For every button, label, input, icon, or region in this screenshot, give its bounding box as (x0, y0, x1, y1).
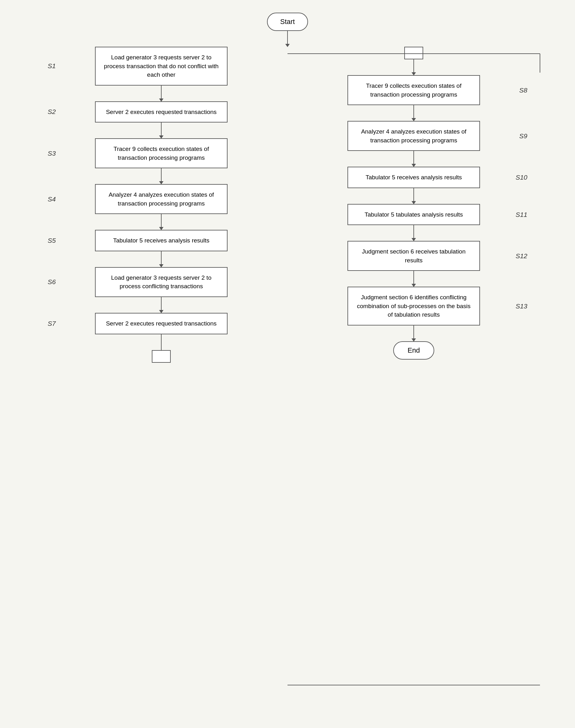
s5-text: Tabulator 5 receives analysis results (113, 237, 209, 244)
s1-box: Load generator 3 requests server 2 to pr… (95, 47, 228, 86)
end-oval: End (393, 341, 434, 360)
s4-to-s5-arrow (161, 214, 162, 230)
s7-down-line (161, 334, 162, 350)
s6-row: S6 Load generator 3 requests server 2 to… (35, 267, 288, 297)
entry-to-s8-arrow (413, 59, 414, 75)
s3-to-s4-arrow (161, 168, 162, 184)
s5-to-s6-arrow (161, 251, 162, 267)
start-to-s1-arrow (287, 31, 288, 47)
s10-to-s11-arrow (413, 188, 414, 204)
s10-box: Tabulator 5 receives analysis results (347, 167, 480, 188)
s13-row: Judgment section 6 identifies conflictin… (288, 287, 540, 326)
s9-label: S9 (519, 132, 527, 140)
s11-text: Tabulator 5 tabulates analysis results (365, 211, 463, 218)
s1-to-s2-arrow (161, 86, 162, 101)
left-column: S1 Load generator 3 requests server 2 to… (35, 47, 288, 363)
s13-text: Judgment section 6 identifies conflictin… (357, 294, 471, 318)
main-flow: S1 Load generator 3 requests server 2 to… (35, 47, 540, 363)
s4-label: S4 (48, 195, 56, 203)
s7-continuation-box (152, 350, 171, 363)
s2-row: S2 Server 2 executes requested transacti… (35, 101, 288, 123)
s8-to-s9-arrow (413, 105, 414, 121)
s3-label: S3 (48, 150, 56, 157)
s4-box: Analyzer 4 analyzes execution states of … (95, 184, 228, 214)
s9-to-s10-arrow (413, 151, 414, 167)
s8-text: Tracer 9 collects execution states of tr… (366, 82, 462, 98)
s8-label: S8 (519, 87, 527, 94)
s12-row: Judgment section 6 receives tabulation r… (288, 241, 540, 271)
s12-to-s13-arrow (413, 271, 414, 287)
start-label: Start (280, 18, 295, 26)
s6-to-s7-arrow (161, 297, 162, 313)
start-oval: Start (267, 13, 308, 31)
s13-to-end-arrow (413, 326, 414, 341)
s2-label: S2 (48, 108, 56, 115)
s10-row: Tabulator 5 receives analysis results S1… (288, 167, 540, 188)
s13-box: Judgment section 6 identifies conflictin… (347, 287, 480, 326)
s5-box: Tabulator 5 receives analysis results (95, 230, 228, 251)
s3-box: Tracer 9 collects execution states of tr… (95, 138, 228, 168)
s2-text: Server 2 executes requested transactions (106, 109, 217, 115)
right-top-entry-box (404, 47, 423, 59)
s8-box: Tracer 9 collects execution states of tr… (347, 75, 480, 105)
s11-row: Tabulator 5 tabulates analysis results S… (288, 204, 540, 225)
s7-row: S7 Server 2 executes requested transacti… (35, 313, 288, 334)
s10-text: Tabulator 5 receives analysis results (366, 174, 462, 180)
s1-label: S1 (48, 62, 56, 70)
s2-to-s3-arrow (161, 123, 162, 138)
s1-text: Load generator 3 requests server 2 to pr… (104, 54, 218, 78)
s9-text: Analyzer 4 analyzes execution states of … (361, 128, 467, 144)
s13-label: S13 (516, 302, 527, 310)
s7-text: Server 2 executes requested transactions (106, 320, 217, 327)
s7-label: S7 (48, 320, 56, 327)
s1-row: S1 Load generator 3 requests server 2 to… (35, 47, 288, 86)
s3-row: S3 Tracer 9 collects execution states of… (35, 138, 288, 168)
start-section: Start (267, 13, 308, 47)
s7-box: Server 2 executes requested transactions (95, 313, 228, 334)
s12-box: Judgment section 6 receives tabulation r… (347, 241, 480, 271)
s11-to-s12-arrow (413, 225, 414, 241)
s12-text: Judgment section 6 receives tabulation r… (362, 248, 466, 264)
s5-row: S5 Tabulator 5 receives analysis results (35, 230, 288, 251)
s6-box: Load generator 3 requests server 2 to pr… (95, 267, 228, 297)
s4-row: S4 Analyzer 4 analyzes execution states … (35, 184, 288, 214)
s3-text: Tracer 9 collects execution states of tr… (113, 145, 209, 161)
s6-label: S6 (48, 278, 56, 286)
s6-text: Load generator 3 requests server 2 to pr… (111, 274, 211, 290)
end-label: End (407, 346, 420, 354)
s12-label: S12 (516, 252, 527, 260)
right-column: Tracer 9 collects execution states of tr… (288, 47, 540, 360)
s4-text: Analyzer 4 analyzes execution states of … (108, 191, 214, 207)
s11-box: Tabulator 5 tabulates analysis results (347, 204, 480, 225)
s11-label: S11 (516, 211, 527, 219)
diagram: Start S1 Load generator 3 requests serve… (35, 13, 540, 363)
s5-label: S5 (48, 237, 56, 244)
s9-box: Analyzer 4 analyzes execution states of … (347, 121, 480, 151)
s2-box: Server 2 executes requested transactions (95, 101, 228, 123)
s8-row: Tracer 9 collects execution states of tr… (288, 75, 540, 105)
s9-row: Analyzer 4 analyzes execution states of … (288, 121, 540, 151)
s10-label: S10 (516, 174, 527, 181)
